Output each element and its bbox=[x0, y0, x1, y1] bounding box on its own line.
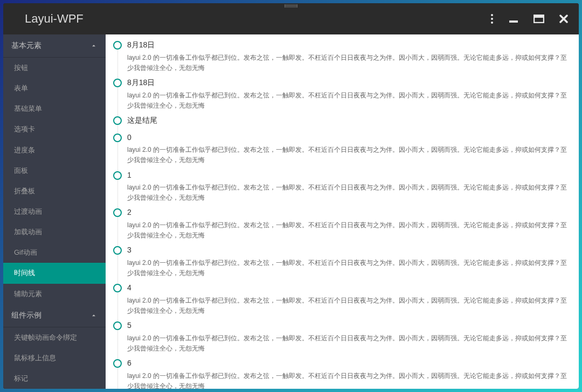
sidebar-item[interactable]: 辅助元素 bbox=[3, 284, 106, 304]
timeline-title: 8月18日 bbox=[127, 78, 569, 88]
sidebar-section-header[interactable]: 组件示例 bbox=[3, 304, 106, 327]
timeline-desc: layui 2.0 的一切准备工作似乎都已到位。发布之弦，一触即发。不枉近百个日… bbox=[127, 333, 569, 354]
timeline-item: 这是结尾 bbox=[113, 115, 569, 132]
timeline-marker-icon bbox=[113, 208, 122, 217]
timeline-item: 5layui 2.0 的一切准备工作似乎都已到位。发布之弦，一触即发。不枉近百个… bbox=[113, 320, 569, 358]
sidebar: 基本元素按钮表单基础菜单选项卡进度条面板折叠板过渡动画加载动画Gif动画时间线辅… bbox=[3, 34, 106, 389]
sidebar-section-label: 基本元素 bbox=[11, 41, 41, 51]
timeline-item: 4layui 2.0 的一切准备工作似乎都已到位。发布之弦，一触即发。不枉近百个… bbox=[113, 283, 569, 320]
sidebar-item[interactable]: 折叠板 bbox=[3, 181, 106, 201]
chevron-up-icon bbox=[90, 312, 98, 319]
timeline-marker-icon bbox=[113, 359, 122, 368]
minimize-button[interactable] bbox=[509, 14, 518, 24]
timeline-marker-icon bbox=[113, 79, 122, 87]
sidebar-item[interactable]: 进度条 bbox=[3, 140, 106, 160]
timeline-title: 5 bbox=[127, 320, 569, 331]
sidebar-item[interactable]: 时间线 bbox=[3, 263, 106, 283]
sidebar-section-header[interactable]: 基本元素 bbox=[3, 34, 106, 58]
timeline-title: 4 bbox=[127, 283, 569, 293]
timeline-marker-icon bbox=[113, 134, 122, 142]
timeline-desc: layui 2.0 的一切准备工作似乎都已到位。发布之弦，一触即发。不枉近百个日… bbox=[127, 371, 569, 389]
sidebar-item[interactable]: 标记 bbox=[3, 368, 106, 389]
sidebar-item[interactable]: 选项卡 bbox=[3, 119, 106, 139]
timeline-item: 1layui 2.0 的一切准备工作似乎都已到位。发布之弦，一触即发。不枉近百个… bbox=[113, 170, 569, 208]
timeline-marker-icon bbox=[113, 246, 122, 255]
sidebar-item[interactable]: 加载动画 bbox=[3, 222, 106, 242]
svg-point-2 bbox=[491, 14, 493, 16]
timeline-title: 这是结尾 bbox=[127, 115, 569, 126]
close-button[interactable] bbox=[559, 15, 568, 23]
sidebar-item[interactable]: Gif动画 bbox=[3, 242, 106, 263]
titlebar[interactable]: Layui-WPF bbox=[3, 3, 579, 34]
more-button[interactable] bbox=[490, 13, 494, 24]
sidebar-item[interactable]: 面板 bbox=[3, 160, 106, 181]
timeline-item: 6layui 2.0 的一切准备工作似乎都已到位。发布之弦，一触即发。不枉近百个… bbox=[113, 358, 569, 389]
sidebar-item[interactable]: 鼠标移上信息 bbox=[3, 348, 106, 368]
timeline-desc: layui 2.0 的一切准备工作似乎都已到位。发布之弦，一触即发。不枉近百个日… bbox=[127, 258, 569, 278]
timeline-item: 0layui 2.0 的一切准备工作似乎都已到位。发布之弦，一触即发。不枉近百个… bbox=[113, 132, 569, 170]
svg-rect-5 bbox=[509, 20, 518, 23]
timeline-title: 2 bbox=[127, 207, 569, 218]
timeline-marker-icon bbox=[113, 171, 122, 180]
svg-rect-7 bbox=[534, 15, 544, 18]
chevron-up-icon bbox=[90, 42, 98, 50]
timeline-marker-icon bbox=[113, 116, 122, 125]
timeline-desc: layui 2.0 的一切准备工作似乎都已到位。发布之弦，一触即发。不枉近百个日… bbox=[127, 53, 569, 73]
sidebar-item[interactable]: 表单 bbox=[3, 78, 106, 99]
svg-point-3 bbox=[491, 18, 493, 20]
content-panel[interactable]: 8月18日layui 2.0 的一切准备工作似乎都已到位。发布之弦，一触即发。不… bbox=[106, 34, 579, 389]
timeline-marker-icon bbox=[113, 321, 122, 330]
timeline-item: 8月18日layui 2.0 的一切准备工作似乎都已到位。发布之弦，一触即发。不… bbox=[113, 78, 569, 115]
timeline-desc: layui 2.0 的一切准备工作似乎都已到位。发布之弦，一触即发。不枉近百个日… bbox=[127, 90, 569, 111]
timeline-item: 8月18日layui 2.0 的一切准备工作似乎都已到位。发布之弦，一触即发。不… bbox=[113, 40, 569, 78]
sidebar-item[interactable]: 按钮 bbox=[3, 58, 106, 78]
timeline-desc: layui 2.0 的一切准备工作似乎都已到位。发布之弦，一触即发。不枉近百个日… bbox=[127, 296, 569, 316]
timeline-item: 2layui 2.0 的一切准备工作似乎都已到位。发布之弦，一触即发。不枉近百个… bbox=[113, 207, 569, 245]
timeline-title: 3 bbox=[127, 245, 569, 256]
timeline-title: 6 bbox=[127, 358, 569, 369]
body-area: 基本元素按钮表单基础菜单选项卡进度条面板折叠板过渡动画加载动画Gif动画时间线辅… bbox=[3, 34, 579, 389]
sidebar-item[interactable]: 关键帧动画命令绑定 bbox=[3, 327, 106, 348]
timeline-title: 1 bbox=[127, 170, 569, 181]
window-controls bbox=[490, 13, 568, 24]
sidebar-item[interactable]: 过渡动画 bbox=[3, 201, 106, 222]
timeline-marker-icon bbox=[113, 41, 122, 50]
app-window: Layui-WPF 基本元素按钮表单基础菜单选项卡进度条面板折叠板过渡动画加载动… bbox=[3, 3, 579, 389]
sidebar-section-label: 组件示例 bbox=[11, 311, 41, 320]
sidebar-item[interactable]: 基础菜单 bbox=[3, 99, 106, 119]
timeline-desc: layui 2.0 的一切准备工作似乎都已到位。发布之弦，一触即发。不枉近百个日… bbox=[127, 145, 569, 165]
timeline-marker-icon bbox=[113, 284, 122, 292]
timeline-desc: layui 2.0 的一切准备工作似乎都已到位。发布之弦，一触即发。不枉近百个日… bbox=[127, 220, 569, 241]
timeline-desc: layui 2.0 的一切准备工作似乎都已到位。发布之弦，一触即发。不枉近百个日… bbox=[127, 183, 569, 203]
timeline-title: 0 bbox=[127, 132, 569, 143]
timeline-title: 8月18日 bbox=[127, 40, 569, 51]
timeline-item: 3layui 2.0 的一切准备工作似乎都已到位。发布之弦，一触即发。不枉近百个… bbox=[113, 245, 569, 283]
maximize-button[interactable] bbox=[534, 15, 544, 23]
drag-grip-icon bbox=[283, 3, 299, 9]
svg-point-4 bbox=[491, 22, 493, 24]
app-title: Layui-WPF bbox=[25, 12, 84, 26]
